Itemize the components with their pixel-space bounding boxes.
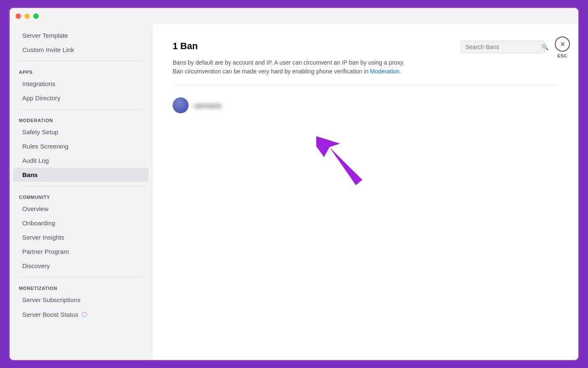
- search-icon: 🔍: [541, 44, 549, 50]
- sidebar-item-server-subscriptions[interactable]: Server Subscriptions: [13, 293, 149, 307]
- x-icon: ✕: [560, 40, 565, 48]
- sidebar-item-custom-invite-link[interactable]: Custom Invite Link: [13, 43, 149, 57]
- section-moderation: MODERATION: [10, 114, 152, 125]
- titlebar: [10, 8, 578, 24]
- section-apps: APPS: [10, 65, 152, 76]
- sidebar-item-server-boost-status[interactable]: Server Boost Status ⬡: [13, 307, 149, 322]
- avatar: [173, 97, 189, 113]
- minimize-button[interactable]: [24, 13, 30, 19]
- boost-icon: ⬡: [81, 311, 87, 318]
- sidebar-item-partner-program[interactable]: Partner Program: [13, 245, 149, 258]
- sidebar: Server Template Custom Invite Link APPS …: [10, 24, 152, 360]
- ban-entry: username: [173, 93, 558, 117]
- divider-3: [19, 186, 143, 186]
- sidebar-item-server-insights[interactable]: Server Insights: [13, 230, 149, 244]
- sidebar-item-bans[interactable]: Bans: [13, 168, 149, 182]
- divider-1: [19, 61, 143, 61]
- sidebar-item-safety-setup[interactable]: Safety Setup: [13, 125, 149, 139]
- arrow-annotation: [316, 106, 383, 200]
- search-bar[interactable]: 🔍: [461, 41, 545, 53]
- sidebar-item-rules-screening[interactable]: Rules Screening: [13, 139, 149, 153]
- search-input[interactable]: [465, 44, 539, 50]
- esc-label: ESC: [557, 53, 567, 58]
- sidebar-item-audit-log[interactable]: Audit Log: [13, 154, 149, 167]
- esc-button[interactable]: ✕ ESC: [555, 37, 570, 58]
- description: Bans by default are by account and IP. A…: [173, 58, 408, 76]
- maximize-button[interactable]: [33, 13, 39, 19]
- content-divider: [173, 84, 558, 85]
- sidebar-item-integrations[interactable]: Integrations: [13, 77, 149, 91]
- section-monetization: MONETIZATION: [10, 282, 152, 292]
- close-button[interactable]: [16, 13, 21, 19]
- search-bar-container: 🔍: [461, 41, 545, 53]
- main-content: ✕ ESC 🔍 1 Ban Bans by default are by acc…: [152, 24, 578, 360]
- avatar-image: [173, 97, 189, 113]
- section-community: COMMUNITY: [10, 191, 152, 201]
- sidebar-item-onboarding[interactable]: Onboarding: [13, 216, 149, 230]
- divider-2: [19, 109, 143, 110]
- moderation-link[interactable]: Moderation: [370, 68, 399, 75]
- divider-4: [19, 277, 143, 277]
- sidebar-item-server-template[interactable]: Server Template: [13, 29, 149, 42]
- svg-marker-1: [316, 121, 367, 189]
- esc-circle: ✕: [555, 37, 570, 52]
- banned-username: username: [194, 102, 222, 109]
- content-area: Server Template Custom Invite Link APPS …: [10, 24, 578, 360]
- app-window: Server Template Custom Invite Link APPS …: [8, 7, 580, 361]
- sidebar-item-discovery[interactable]: Discovery: [13, 259, 149, 273]
- sidebar-item-overview[interactable]: Overview: [13, 202, 149, 216]
- sidebar-item-app-directory[interactable]: App Directory: [13, 91, 149, 105]
